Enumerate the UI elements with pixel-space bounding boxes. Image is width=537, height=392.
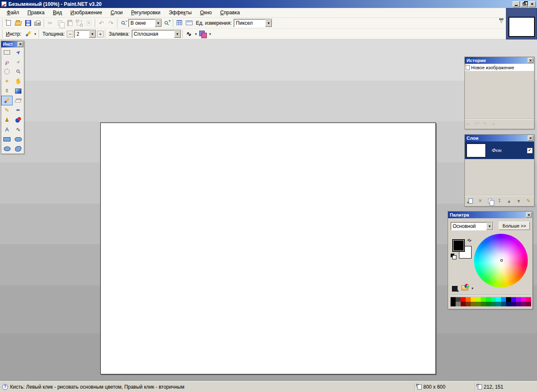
palette-swatch[interactable] — [521, 297, 526, 302]
layers-close-button[interactable]: ✕ — [528, 136, 533, 141]
width-decrease-button[interactable]: − — [67, 31, 73, 37]
save-button[interactable] — [23, 18, 33, 28]
palette-swatch[interactable] — [481, 302, 486, 306]
active-image-thumbnail[interactable] — [508, 17, 535, 37]
palette-swatch[interactable] — [506, 297, 511, 302]
palette-swatch[interactable] — [456, 302, 461, 306]
add-layer-button[interactable] — [466, 197, 475, 205]
history-first-button[interactable]: ⇤ — [467, 121, 471, 127]
tool-paint-bucket[interactable]: ⚱ — [1, 86, 13, 96]
palette-swatch[interactable] — [521, 302, 526, 306]
palette-swatch[interactable] — [496, 302, 501, 306]
tool-zoom[interactable]: ⚲ — [13, 67, 24, 76]
layer-row[interactable]: Фон✔ — [465, 141, 534, 159]
unit-combobox[interactable]: Пиксел ▾ — [234, 19, 272, 27]
tool-gradient[interactable] — [13, 86, 24, 96]
menu-item-правка[interactable]: Правка — [23, 8, 49, 17]
tool-text[interactable]: A — [1, 125, 13, 134]
tool-recolor[interactable] — [13, 115, 24, 125]
layer-visibility-checkbox[interactable]: ✔ — [527, 148, 532, 153]
palette-swatch[interactable] — [471, 297, 476, 302]
tool-eraser[interactable] — [13, 96, 24, 105]
tool-color-picker[interactable]: ✒ — [13, 105, 24, 115]
redo-button[interactable]: ↷ — [106, 18, 116, 28]
copy-button[interactable] — [55, 18, 65, 28]
tool-rounded-rectangle[interactable] — [13, 134, 24, 144]
palette-swatch[interactable] — [466, 297, 471, 302]
paste-button[interactable] — [65, 18, 74, 28]
history-item[interactable]: Новое изображение — [465, 64, 534, 71]
width-combobox[interactable]: 2 ▾ — [74, 30, 96, 38]
history-undo-button[interactable]: ↶ — [474, 121, 479, 127]
tool-pencil[interactable]: ✎ — [1, 105, 13, 115]
tool-rectangle[interactable] — [1, 134, 13, 144]
color-wheel[interactable] — [474, 234, 528, 287]
palette-swatch[interactable] — [511, 302, 516, 306]
reset-colors-icon[interactable] — [451, 253, 454, 257]
tool-move-selection[interactable]: ➢ — [13, 57, 24, 67]
palette-swatch[interactable] — [491, 297, 496, 302]
tool-rectangle-select[interactable] — [1, 47, 13, 57]
palette-swatch[interactable] — [466, 302, 471, 306]
color-mode-combobox[interactable]: Основной ▾ — [451, 222, 493, 230]
palette-swatch[interactable] — [486, 297, 491, 302]
tool-move-selected-pixels[interactable]: ➤ — [13, 47, 24, 57]
history-redo-button[interactable]: ↷ — [482, 121, 487, 127]
merge-layer-down-button[interactable]: ↧ — [495, 197, 504, 205]
palette-swatch[interactable] — [491, 302, 496, 306]
tools-close-button[interactable]: ✕ — [18, 42, 23, 47]
zoom-mode-dropdown-icon[interactable]: ▾ — [155, 19, 162, 27]
print-button[interactable] — [33, 18, 42, 28]
palette-swatch[interactable] — [506, 302, 511, 306]
menu-item-регулировки[interactable]: Регулировки — [127, 8, 165, 17]
menu-item-файл[interactable]: Файл — [3, 8, 23, 17]
tool-clone-stamp[interactable]: ♟ — [1, 115, 13, 125]
palette-swatch[interactable] — [526, 297, 531, 302]
palette-swatch[interactable] — [471, 302, 476, 306]
palette-swatch[interactable] — [516, 302, 521, 306]
palette-swatch[interactable] — [526, 302, 531, 306]
tool-magic-wand[interactable]: ✶ — [1, 76, 13, 86]
tool-paintbrush[interactable] — [1, 96, 13, 105]
blend-mode-dropdown-icon[interactable]: ▾ — [208, 32, 212, 36]
tool-pan[interactable]: ✋ — [13, 76, 24, 86]
zoom-in-button[interactable]: ⚲+ — [162, 18, 172, 28]
crop-button[interactable] — [74, 18, 84, 28]
palette-swatch[interactable] — [456, 297, 461, 302]
history-close-button[interactable]: ✕ — [528, 58, 533, 63]
zoom-mode-combobox[interactable]: В окне ▾ — [128, 19, 162, 27]
palette-manager-button[interactable] — [461, 285, 468, 290]
move-layer-up-button[interactable]: ▲ — [505, 197, 514, 205]
fill-combobox[interactable]: Сплошная ▾ — [132, 30, 181, 38]
tool-lasso-select[interactable]: ℘ — [1, 57, 13, 67]
unit-dropdown-icon[interactable]: ▾ — [265, 19, 272, 27]
layer-properties-button[interactable]: ✎ — [524, 197, 533, 205]
palette-swatch[interactable] — [496, 297, 501, 302]
tool-ellipse-select[interactable] — [1, 67, 13, 76]
menu-item-справка[interactable]: Справка — [216, 8, 244, 17]
new-button[interactable] — [4, 18, 13, 28]
menu-item-вид[interactable]: Вид — [49, 8, 66, 17]
palette-swatch[interactable] — [451, 302, 456, 306]
palette-swatch[interactable] — [501, 302, 506, 306]
restore-button[interactable] — [521, 1, 528, 7]
close-button[interactable]: ✕ — [529, 1, 536, 7]
undo-button[interactable]: ↶ — [96, 18, 106, 28]
palette-swatch[interactable] — [476, 302, 481, 306]
ruler-toggle-button[interactable] — [184, 18, 194, 28]
grid-toggle-button[interactable] — [175, 18, 184, 28]
palette-swatch[interactable] — [461, 297, 466, 302]
tool-ellipse[interactable] — [1, 144, 13, 154]
minimize-button[interactable] — [513, 1, 520, 7]
line-style-dropdown-icon[interactable]: ▾ — [194, 32, 198, 36]
duplicate-layer-button[interactable] — [485, 197, 494, 205]
add-color-button[interactable] — [451, 285, 458, 292]
palette-swatch[interactable] — [501, 297, 506, 302]
palette-swatch[interactable] — [461, 302, 466, 306]
more-button[interactable]: Больше >> — [499, 222, 530, 230]
deselect-button[interactable]: ✕ — [84, 18, 94, 28]
menu-item-изображение[interactable]: Изображение — [66, 8, 107, 17]
color-wheel-marker[interactable] — [501, 259, 503, 261]
palette-swatch[interactable] — [511, 297, 516, 302]
zoom-out-button[interactable]: ⚲− — [119, 18, 128, 28]
